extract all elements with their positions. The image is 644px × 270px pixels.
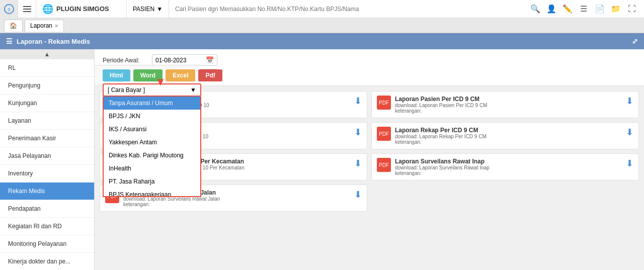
search-bar: [169, 0, 527, 18]
pdf-button[interactable]: Pdf: [198, 69, 222, 81]
report-icon-1: PDF: [377, 96, 391, 110]
brand-name: PLUGIN SIMGOS: [56, 5, 109, 13]
sidebar-item-penerimaan-kasir[interactable]: Penerimaan Kasir: [0, 130, 94, 147]
report-title-5: Laporan Surveilans Rawat Inap: [395, 158, 622, 165]
edit-icon[interactable]: ✏️: [559, 1, 576, 17]
laporan-tab[interactable]: Laporan ✕: [25, 20, 64, 32]
svg-rect-4: [23, 11, 31, 12]
sidebar-item-kinerja-dokter[interactable]: Kinerja dokter dan pe...: [0, 253, 94, 270]
report-download-1: download: Laporan Pasien Per ICD 9 CM: [395, 103, 622, 108]
pasien-chevron-icon: ▼: [156, 6, 163, 13]
calendar-icon-start: 📅: [206, 56, 214, 64]
report-title-3: Laporan Rekap Per ICD 9 CM: [395, 127, 622, 134]
dropdown-option-1[interactable]: BPJS / JKN: [104, 110, 200, 123]
search-icon[interactable]: 🔍: [527, 1, 543, 17]
report-icon-5: PDF: [377, 158, 391, 172]
cara-bayar-dropdown-trigger[interactable]: [ Cara Bayar ] ▼: [103, 83, 201, 97]
laporan-tab-label: Laporan: [30, 22, 52, 29]
brand-icon: 🌐: [42, 4, 53, 15]
sidebar-item-rekam-medis[interactable]: Rekam Medis: [0, 183, 94, 200]
report-info-1: Laporan Pasien Per ICD 9 CM download: La…: [395, 96, 622, 114]
periode-awal-value: 01-08-2023: [155, 57, 186, 64]
document-icon[interactable]: 📄: [592, 1, 608, 17]
content-area: Periode Awal: 01-08-2023 📅 Periode Akhir…: [95, 49, 644, 270]
hamburger-button[interactable]: [18, 0, 36, 18]
user-add-icon[interactable]: 👤: [543, 1, 559, 17]
top-nav-actions: 🔍 👤 ✏️ ☰ 📄 📁 ⛶: [527, 1, 644, 17]
report-download-btn-2[interactable]: ⬇: [354, 127, 362, 138]
svg-rect-2: [23, 6, 31, 7]
svg-rect-3: [23, 9, 31, 10]
report-download-5: download: Laporan Surveilans Rawat Inap: [395, 165, 622, 170]
sidebar-item-kegiatan-ri-rd[interactable]: Kegiatan RI dan RD: [0, 218, 94, 235]
sidebar-item-monitoring-pelayanan[interactable]: Monitoring Pelayanan: [0, 235, 94, 253]
report-keterangan-1: keterangan:: [395, 108, 622, 114]
report-card-3: PDF Laporan Rekap Per ICD 9 CM download:…: [371, 122, 639, 149]
pasien-dropdown[interactable]: PASIEN ▼: [127, 0, 169, 18]
page-header: ☰ Laporan - Rekam Medis ⤢: [0, 33, 644, 49]
page-title: Laporan - Rekam Medis: [17, 38, 90, 45]
report-download-3: download: Laporan Rekap Per ICD 9 CM: [395, 134, 622, 139]
report-keterangan-3: keterangan:: [395, 139, 622, 145]
search-input[interactable]: [175, 6, 521, 13]
report-card-5: PDF Laporan Surveilans Rawat Inap downlo…: [371, 153, 639, 181]
periode-awal-input[interactable]: 01-08-2023 📅: [152, 54, 217, 66]
dropdown-option-4[interactable]: Dinkes Kab. Parigi Moutong: [104, 149, 200, 162]
excel-button[interactable]: Excel: [166, 69, 195, 81]
sidebar-item-pendapatan[interactable]: Pendapatan: [0, 200, 94, 218]
html-button[interactable]: Html: [103, 69, 130, 81]
list-icon[interactable]: ☰: [576, 1, 592, 17]
tab-bar: 🏠 Laporan ✕: [0, 18, 644, 33]
dropdown-option-3[interactable]: Yakkespen Antam: [104, 136, 200, 149]
sidebar-item-rl[interactable]: RL: [0, 59, 94, 77]
report-download-btn-6[interactable]: ⬇: [354, 189, 362, 200]
cara-bayar-dropdown-container: [ Cara Bayar ] ▼ Tanpa Asuransi / Umum B…: [103, 83, 201, 197]
periode-awal-row: Periode Awal: 01-08-2023 📅: [103, 54, 636, 66]
pasien-label: PASIEN: [133, 6, 154, 13]
report-download-btn-4[interactable]: ⬇: [354, 158, 362, 169]
app-logo: S: [0, 0, 18, 18]
sidebar-item-kunjungan[interactable]: Kunjungan: [0, 95, 94, 112]
report-download-btn-1[interactable]: ⬇: [626, 96, 633, 107]
export-buttons: Html Word Excel Pdf: [95, 65, 200, 85]
folder-icon[interactable]: 📁: [608, 1, 624, 17]
cara-bayar-dropdown-list[interactable]: Tanpa Asuransi / Umum BPJS / JKN IKS / A…: [103, 97, 201, 197]
periode-awal-label: Periode Awal:: [103, 57, 148, 64]
report-keterangan-5: keterangan:: [395, 170, 622, 176]
report-download-btn-3[interactable]: ⬇: [626, 127, 633, 138]
dropdown-option-0[interactable]: Tanpa Asuransi / Umum: [104, 97, 200, 110]
report-card-1: PDF Laporan Pasien Per ICD 9 CM download…: [371, 91, 639, 118]
menu-icon: ☰: [6, 37, 13, 45]
sidebar-item-jasa-pelayanan[interactable]: Jasa Pelayanan: [0, 147, 94, 165]
report-keterangan-6: keterangan:: [123, 202, 350, 207]
expand-icon[interactable]: ⤢: [632, 37, 638, 45]
dropdown-option-2[interactable]: IKS / Asuransi: [104, 123, 200, 136]
tab-close-icon[interactable]: ✕: [54, 23, 58, 29]
svg-text:S: S: [7, 7, 10, 12]
report-title-1: Laporan Pasien Per ICD 9 CM: [395, 96, 622, 103]
home-tab[interactable]: 🏠: [4, 20, 23, 32]
report-download-btn-5[interactable]: ⬇: [626, 158, 633, 169]
sidebar: ▲ RL Pengunjung Kunjungan Layanan Peneri…: [0, 49, 95, 270]
sidebar-item-pengunjung[interactable]: Pengunjung: [0, 77, 94, 95]
report-download-btn-0[interactable]: ⬇: [354, 96, 362, 107]
brand-area: 🌐 PLUGIN SIMGOS: [36, 0, 127, 18]
filter-panel: Periode Awal: 01-08-2023 📅 Periode Akhir…: [95, 49, 644, 86]
red-arrow-indicator: ▼: [155, 75, 166, 88]
report-info-3: Laporan Rekap Per ICD 9 CM download: Lap…: [395, 127, 622, 145]
top-nav: S 🌐 PLUGIN SIMGOS PASIEN ▼ 🔍 👤 ✏️ ☰ 📄 📁 …: [0, 0, 644, 18]
report-info-5: Laporan Surveilans Rawat Inap download: …: [395, 158, 622, 176]
dropdown-option-5[interactable]: InHealth: [104, 162, 200, 175]
main-layout: ▲ RL Pengunjung Kunjungan Layanan Peneri…: [0, 49, 644, 270]
dropdown-option-7[interactable]: BPJS Ketenagakerjaan: [104, 188, 200, 197]
sidebar-item-layanan[interactable]: Layanan: [0, 112, 94, 130]
home-icon: 🏠: [10, 22, 17, 29]
dropdown-chevron-icon: ▼: [190, 86, 196, 94]
dropdown-option-6[interactable]: PT. Jasa Raharja: [104, 175, 200, 188]
sidebar-scroll-up[interactable]: ▲: [0, 49, 94, 59]
cara-bayar-placeholder: [ Cara Bayar ]: [108, 86, 145, 94]
sidebar-item-inventory[interactable]: Inventory: [0, 165, 94, 183]
maximize-icon[interactable]: ⛶: [624, 1, 640, 17]
report-icon-3: PDF: [377, 127, 391, 141]
